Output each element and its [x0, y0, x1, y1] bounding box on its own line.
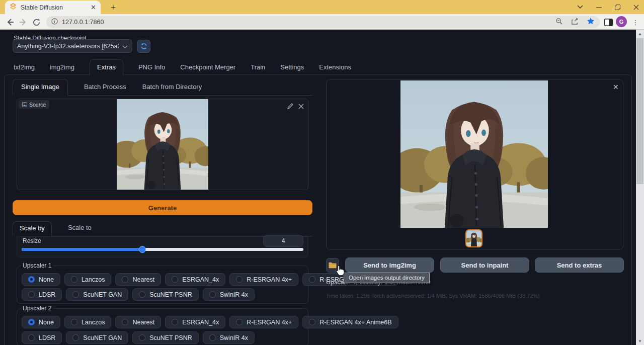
browser-tab[interactable]: Stable Diffusion ✕ — [5, 1, 101, 14]
output-image[interactable] — [400, 80, 548, 228]
site-info-icon[interactable] — [51, 18, 58, 27]
source-image-dropzone[interactable]: Source — [17, 99, 308, 190]
tab-scale-to[interactable]: Scale to — [68, 224, 92, 236]
browser-toolbar: 127.0.0.1:7860 G ⋮ — [0, 14, 644, 30]
minimize-button[interactable] — [596, 5, 602, 10]
tab-png-info[interactable]: PNG Info — [138, 63, 165, 75]
browser-window: Stable Diffusion ✕ + 127.0.0.1:7860 — [0, 0, 644, 345]
subtab-batch-process[interactable]: Batch Process — [84, 83, 126, 95]
upscaler2-option-scunet-gan[interactable]: ScuNET GAN — [66, 331, 128, 344]
zoom-icon[interactable] — [555, 18, 563, 27]
upscaler1-option-scunet-gan[interactable]: ScuNET GAN — [66, 288, 128, 301]
scrollbar-up-arrow[interactable]: ▲ — [636, 30, 644, 38]
time-taken-text: Time taken: 1.29s Torch active/reserved:… — [326, 293, 540, 299]
upscaler2-option-resrgan4x[interactable]: R-ESRGAN 4x+ — [229, 316, 298, 328]
resize-slider-handle[interactable] — [139, 246, 146, 253]
tab-checkpoint-merger[interactable]: Checkpoint Merger — [180, 63, 235, 75]
source-label: Source — [29, 102, 46, 108]
upscaler1-option-none[interactable]: None — [22, 273, 60, 286]
tab-settings[interactable]: Settings — [280, 63, 304, 75]
refresh-icon — [140, 43, 147, 50]
close-button[interactable] — [633, 5, 639, 10]
browser-menu-icon[interactable]: ⋮ — [632, 16, 639, 28]
scrollbar-down-arrow[interactable]: ▼ — [636, 337, 644, 345]
reload-button[interactable] — [30, 16, 42, 28]
subtab-batch-from-directory[interactable]: Batch from Directory — [142, 83, 202, 95]
radio-icon — [28, 334, 35, 341]
upscaler1-option-lanczos[interactable]: Lanczos — [64, 273, 112, 286]
radio-icon — [236, 276, 243, 283]
page-scrollbar[interactable]: ▲ ▼ — [636, 30, 644, 345]
radio-icon — [122, 319, 128, 325]
radio-icon — [139, 334, 145, 341]
refresh-checkpoint-button[interactable] — [137, 40, 150, 53]
send-to-inpaint-button[interactable]: Send to inpaint — [440, 257, 529, 273]
tooltip: Open images output directory — [344, 273, 430, 283]
new-tab-button[interactable]: + — [108, 2, 119, 13]
upscaler1-option-ldsr[interactable]: LDSR — [22, 288, 62, 301]
chevron-down-icon — [122, 42, 128, 51]
tab-img2img[interactable]: img2img — [50, 63, 74, 75]
tab-search-chevron-icon[interactable] — [577, 5, 583, 9]
source-label-chip: Source — [19, 100, 49, 109]
output-thumbnail-selected[interactable] — [465, 229, 482, 247]
tab-close-icon[interactable]: ✕ — [91, 4, 96, 11]
resize-label: Resize — [23, 237, 41, 244]
stable-diffusion-webui: Stable Diffusion checkpoint Anything-V3-… — [0, 30, 644, 345]
upscaler2-option-esrgan4x[interactable]: ESRGAN_4x — [165, 316, 225, 328]
subtab-single-image[interactable]: Single Image — [13, 79, 68, 96]
radio-icon — [172, 319, 178, 325]
tab-extensions[interactable]: Extensions — [319, 63, 351, 75]
radio-icon — [71, 319, 77, 325]
upscaler2-option-none[interactable]: None — [22, 316, 60, 328]
tab-txt2img[interactable]: txt2img — [14, 63, 35, 75]
tab-title: Stable Diffusion — [21, 4, 87, 11]
resize-number-input[interactable]: 4 — [263, 235, 303, 247]
mouse-cursor-icon — [335, 265, 345, 278]
scrollbar-thumb[interactable] — [636, 38, 643, 184]
radio-icon — [28, 291, 35, 298]
radio-icon — [122, 276, 128, 283]
upscaler2-option-ldsr[interactable]: LDSR — [22, 331, 62, 344]
upscaler1-row2: LDSR ScuNET GAN ScuNET PSNR SwinIR 4x — [22, 288, 255, 301]
url-bar[interactable]: 127.0.0.1:7860 — [46, 16, 600, 28]
upscaler2-option-swinir4x[interactable]: SwinIR 4x — [203, 331, 255, 344]
forward-button[interactable] — [17, 16, 29, 28]
upscaler1-option-resrgan4x[interactable]: R-ESRGAN 4x+ — [229, 273, 298, 286]
upscaler2-option-lanczos[interactable]: Lanczos — [64, 316, 112, 328]
tab-scale-by[interactable]: Scale by — [13, 221, 52, 236]
send-to-img2img-button[interactable]: Send to img2img — [345, 257, 434, 273]
gallery-close-icon[interactable]: ✕ — [613, 83, 619, 91]
send-to-extras-button[interactable]: Send to extras — [535, 257, 624, 273]
upscaler1-option-esrgan4x[interactable]: ESRGAN_4x — [165, 273, 225, 286]
radio-checked-icon — [28, 319, 35, 325]
clear-image-icon[interactable] — [298, 102, 304, 111]
side-panel-icon[interactable] — [603, 17, 614, 28]
radio-icon — [209, 334, 216, 341]
edit-image-icon[interactable] — [287, 102, 293, 111]
generate-button[interactable]: Generate — [13, 200, 312, 215]
tab-extras[interactable]: Extras — [90, 59, 123, 75]
upscaler1-option-scunet-psnr[interactable]: ScuNET PSNR — [132, 288, 199, 301]
source-image — [117, 99, 208, 190]
upscaler2-row1: None Lanczos Nearest ESRGAN_4x R-ESRGAN … — [22, 316, 398, 328]
upscaler2-label: Upscaler 2 — [21, 305, 53, 312]
resize-slider-fill — [22, 248, 142, 251]
tab-train[interactable]: Train — [251, 63, 265, 75]
checkpoint-dropdown[interactable]: Anything-V3-fp32.safetensors [625a2ba2] — [13, 39, 132, 53]
upscaler1-option-nearest[interactable]: Nearest — [115, 273, 161, 286]
bookmark-star-icon[interactable] — [587, 17, 595, 27]
share-icon[interactable] — [571, 18, 579, 27]
upscaler2-option-scunet-psnr[interactable]: ScuNET PSNR — [132, 331, 199, 344]
upscaler2-option-nearest[interactable]: Nearest — [115, 316, 161, 328]
maximize-button[interactable] — [615, 5, 620, 10]
avatar[interactable]: G — [616, 16, 627, 27]
radio-icon — [236, 319, 243, 325]
upscaler1-label: Upscaler 1 — [21, 262, 53, 269]
url-text[interactable]: 127.0.0.1:7860 — [62, 19, 551, 26]
upscaler2-option-resrgan-anime6b[interactable]: R-ESRGAN 4x+ Anime6B — [302, 316, 398, 328]
upscaler1-option-swinir4x[interactable]: SwinIR 4x — [203, 288, 255, 301]
scale-tab-bar: Scale by Scale to — [13, 221, 312, 236]
checkpoint-value: Anything-V3-fp32.safetensors [625a2ba2] — [17, 43, 119, 50]
back-button[interactable] — [4, 16, 16, 28]
